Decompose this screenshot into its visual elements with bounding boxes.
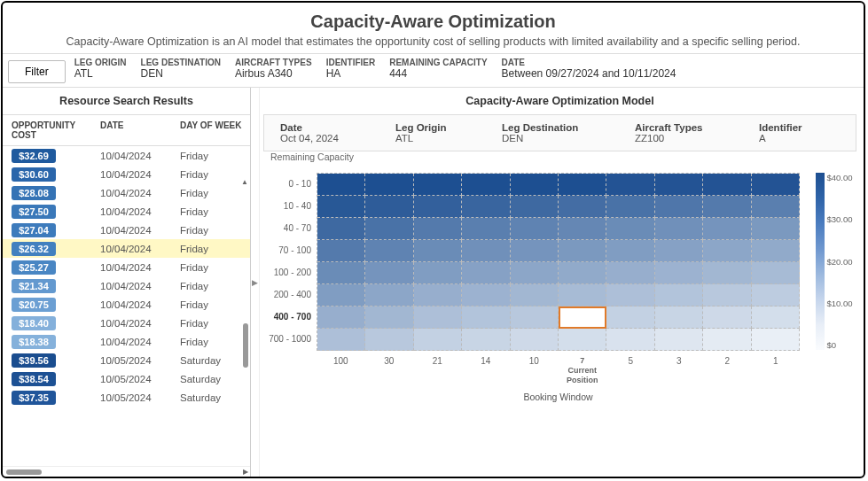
filter-group[interactable]: IDENTIFIERHA — [326, 58, 376, 80]
table-row[interactable]: $30.6010/04/2024Friday — [3, 165, 250, 183]
heatmap-cell[interactable] — [703, 306, 751, 329]
heatmap-cell[interactable] — [559, 262, 606, 284]
heatmap-cell[interactable] — [752, 196, 800, 218]
heatmap-cell[interactable] — [655, 174, 703, 196]
table-row[interactable]: $21.3410/04/2024Friday — [3, 276, 250, 295]
heatmap-cell[interactable] — [365, 262, 413, 284]
heatmap-cell[interactable] — [317, 196, 365, 218]
heatmap-cell[interactable] — [752, 240, 800, 262]
heatmap-cell[interactable] — [462, 284, 510, 306]
col-header-cost[interactable]: OPPORTUNITY COST — [12, 120, 100, 140]
heatmap-cell[interactable] — [317, 262, 365, 284]
table-row[interactable]: $27.5010/04/2024Friday — [3, 202, 250, 221]
scrollbar-thumb[interactable] — [243, 323, 248, 368]
heatmap-cell[interactable] — [559, 218, 606, 240]
table-row[interactable]: $38.5410/05/2024Saturday — [3, 369, 250, 388]
table-row[interactable]: $32.6910/04/2024Friday — [3, 146, 250, 165]
heatmap-cell[interactable] — [703, 262, 751, 284]
filter-group[interactable]: LEG ORIGINATL — [74, 58, 127, 80]
heatmap-cell[interactable] — [752, 218, 800, 240]
heatmap-cell[interactable] — [752, 329, 800, 351]
heatmap-cell[interactable] — [365, 284, 413, 306]
heatmap-cell[interactable] — [703, 284, 751, 306]
heatmap-cell[interactable] — [414, 240, 462, 262]
heatmap-cell[interactable] — [462, 174, 510, 196]
table-row[interactable]: $18.4010/04/2024Friday — [3, 314, 250, 332]
heatmap-cell[interactable] — [511, 174, 559, 196]
heatmap-cell[interactable] — [317, 174, 365, 196]
filter-group[interactable]: LEG DESTINATIONDEN — [141, 58, 221, 80]
heatmap-cell[interactable] — [462, 218, 510, 240]
heatmap-cell[interactable] — [752, 262, 800, 284]
heatmap-cell[interactable] — [655, 329, 703, 351]
heatmap-cell[interactable] — [414, 329, 462, 351]
filter-group[interactable]: AIRCRAFT TYPESAirbus A340 — [235, 58, 312, 80]
heatmap-cell[interactable] — [414, 284, 462, 306]
heatmap-cell[interactable] — [317, 329, 365, 351]
heatmap-cell[interactable] — [559, 284, 606, 306]
heatmap-cell[interactable] — [414, 196, 462, 218]
heatmap-cell[interactable] — [655, 240, 703, 262]
heatmap-cell[interactable] — [511, 218, 559, 240]
heatmap-cell[interactable] — [606, 306, 654, 329]
table-row[interactable]: $26.3210/04/2024Friday — [3, 239, 250, 258]
col-header-dow[interactable]: DAY OF WEEK — [180, 120, 246, 140]
heatmap-cell[interactable] — [317, 306, 365, 329]
heatmap-cell[interactable] — [655, 306, 703, 329]
heatmap-cell[interactable] — [606, 262, 654, 284]
heatmap-cell[interactable] — [462, 240, 510, 262]
scroll-up-icon[interactable]: ▲ — [241, 178, 250, 187]
heatmap-cell[interactable] — [317, 240, 365, 262]
heatmap-cell[interactable] — [703, 174, 751, 196]
heatmap-cell[interactable] — [414, 174, 462, 196]
table-row[interactable]: $27.0410/04/2024Friday — [3, 221, 250, 239]
heatmap-cell[interactable] — [703, 329, 751, 351]
heatmap-cell[interactable] — [606, 174, 654, 196]
heatmap-cell[interactable] — [606, 218, 654, 240]
heatmap-cell[interactable] — [365, 306, 413, 329]
col-header-date[interactable]: DATE — [100, 120, 180, 140]
heatmap-cell[interactable] — [365, 240, 413, 262]
heatmap-cell[interactable] — [317, 284, 365, 306]
heatmap-cell[interactable] — [317, 218, 365, 240]
heatmap-cell[interactable] — [559, 174, 606, 196]
hscroll-right-icon[interactable]: ▶ — [243, 468, 248, 476]
heatmap-cell[interactable] — [559, 306, 606, 329]
heatmap-cell[interactable] — [606, 240, 654, 262]
heatmap-cell[interactable] — [606, 284, 654, 306]
table-row[interactable]: $20.7510/04/2024Friday — [3, 295, 250, 314]
heatmap-cell[interactable] — [559, 196, 606, 218]
panel-divider[interactable]: ▶ — [251, 88, 260, 477]
heatmap-cell[interactable] — [462, 306, 510, 329]
heatmap-cell[interactable] — [703, 240, 751, 262]
horizontal-scrollbar[interactable]: ▶ — [3, 466, 250, 477]
heatmap-cell[interactable] — [462, 329, 510, 351]
heatmap-cell[interactable] — [462, 262, 510, 284]
heatmap-cell[interactable] — [559, 329, 606, 351]
table-body[interactable]: ▲ $32.6910/04/2024Friday$30.6010/04/2024… — [3, 146, 250, 466]
heatmap-cell[interactable] — [752, 174, 800, 196]
filter-group[interactable]: REMAINING CAPACITY444 — [389, 58, 487, 80]
table-row[interactable]: $18.3810/04/2024Friday — [3, 332, 250, 351]
table-row[interactable]: $37.3510/05/2024Saturday — [3, 388, 250, 407]
heatmap-cell[interactable] — [462, 196, 510, 218]
filter-group[interactable]: DATEBetween 09/27/2024 and 10/11/2024 — [502, 58, 676, 80]
heatmap-cell[interactable] — [511, 284, 559, 306]
heatmap-cell[interactable] — [655, 284, 703, 306]
table-row[interactable]: $39.5610/05/2024Saturday — [3, 351, 250, 369]
heatmap-cell[interactable] — [365, 329, 413, 351]
heatmap-cell[interactable] — [365, 218, 413, 240]
table-row[interactable]: $28.0810/04/2024Friday — [3, 183, 250, 202]
heatmap-cell[interactable] — [511, 196, 559, 218]
heatmap-grid[interactable] — [317, 173, 800, 351]
heatmap-cell[interactable] — [752, 306, 800, 329]
heatmap-cell[interactable] — [606, 329, 654, 351]
heatmap-cell[interactable] — [655, 218, 703, 240]
heatmap-cell[interactable] — [703, 218, 751, 240]
heatmap-cell[interactable] — [752, 284, 800, 306]
heatmap-cell[interactable] — [655, 262, 703, 284]
heatmap-cell[interactable] — [414, 306, 462, 329]
heatmap-cell[interactable] — [511, 329, 559, 351]
hscroll-thumb[interactable] — [6, 469, 42, 475]
heatmap-cell[interactable] — [511, 262, 559, 284]
